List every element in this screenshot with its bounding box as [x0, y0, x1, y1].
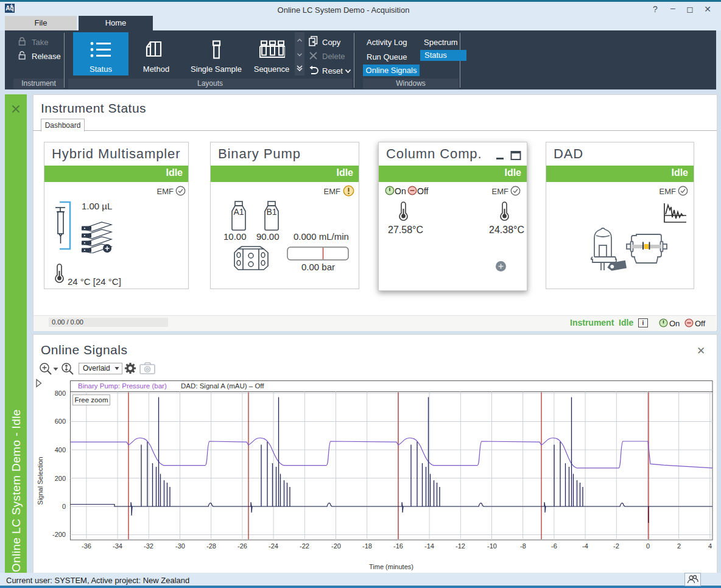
svg-text:600: 600 — [55, 418, 66, 425]
svg-text:Signal Selection: Signal Selection — [37, 457, 44, 505]
svg-text:DAD: Signal A (mAU) – Off: DAD: Signal A (mAU) – Off — [181, 382, 264, 390]
svg-text:B1: B1 — [266, 207, 276, 217]
svg-text:-26: -26 — [237, 542, 247, 550]
svg-text:-36: -36 — [82, 542, 91, 550]
svg-text:-200: -200 — [52, 531, 66, 538]
svg-text:4: 4 — [708, 542, 712, 550]
svg-text:2: 2 — [677, 542, 681, 550]
svg-text:-34: -34 — [113, 542, 122, 550]
svg-text:200: 200 — [55, 475, 66, 482]
svg-text:A1: A1 — [233, 207, 244, 217]
svg-text:-2: -2 — [613, 542, 619, 550]
svg-text:0: 0 — [62, 503, 66, 510]
svg-text:Free zoom: Free zoom — [75, 396, 108, 404]
svg-text:-14: -14 — [424, 542, 434, 550]
svg-text:400: 400 — [55, 446, 66, 453]
svg-text:-30: -30 — [175, 542, 185, 550]
svg-text:-6: -6 — [551, 542, 557, 550]
svg-text:-20: -20 — [331, 542, 341, 550]
svg-text:Time (minutes): Time (minutes) — [369, 563, 413, 570]
svg-text:-16: -16 — [393, 542, 403, 550]
svg-text:-12: -12 — [455, 542, 465, 550]
svg-text:-32: -32 — [144, 542, 153, 550]
svg-text:-22: -22 — [300, 542, 309, 550]
svg-text:-28: -28 — [206, 542, 216, 550]
svg-text:-18: -18 — [362, 542, 372, 550]
svg-text:-10: -10 — [487, 542, 497, 550]
svg-text:-8: -8 — [520, 542, 526, 550]
svg-text:800: 800 — [55, 390, 66, 397]
svg-text:-4: -4 — [582, 542, 588, 550]
svg-text:0: 0 — [646, 542, 650, 550]
svg-text:Binary Pump: Pressure (bar): Binary Pump: Pressure (bar) — [78, 382, 167, 390]
svg-text:-24: -24 — [269, 542, 278, 550]
